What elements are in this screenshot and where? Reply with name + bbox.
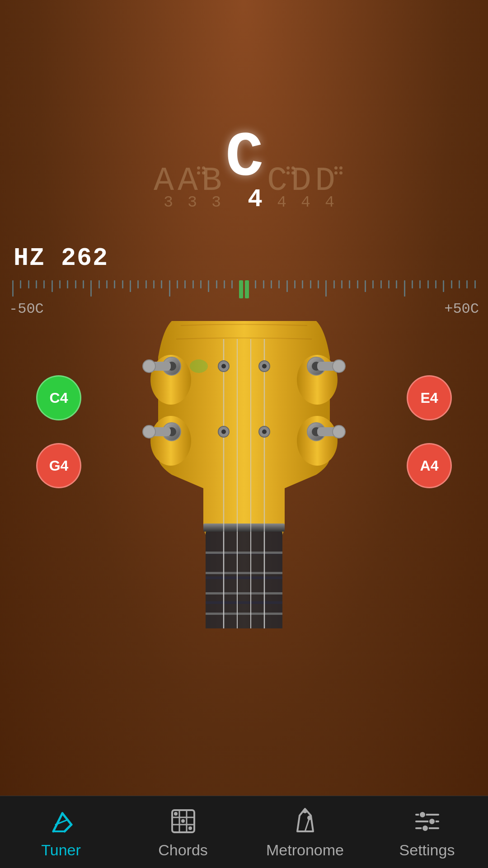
svg-point-45 — [262, 429, 267, 434]
string-badge-a4[interactable]: A4 — [407, 443, 452, 488]
string-badge-c4[interactable]: C4 — [36, 375, 81, 420]
cents-meter: -50C +50C — [9, 280, 479, 317]
nav-item-chords[interactable]: Chords — [138, 805, 228, 859]
note-d4: D 4 — [291, 164, 310, 214]
svg-line-48 — [62, 813, 71, 825]
frequency-display: HZ 262 — [14, 244, 108, 273]
nav-item-tuner[interactable]: Tuner — [16, 805, 106, 859]
bottom-nav: Tuner Chords — [0, 796, 488, 868]
svg-point-43 — [221, 429, 226, 434]
note-b3: B 3 — [202, 164, 221, 214]
tuner-label: Tuner — [41, 841, 81, 859]
note-display: A 3 A 3 B 3 C 4 C — [0, 127, 488, 214]
svg-rect-10 — [206, 552, 282, 554]
note-dsharp4: D 4 — [315, 164, 334, 214]
metronome-label: Metronome — [266, 841, 344, 859]
svg-point-37 — [333, 425, 345, 438]
svg-point-68 — [429, 818, 435, 825]
settings-icon — [411, 805, 443, 837]
svg-point-29 — [333, 360, 345, 373]
note-c4-active: C 4 — [225, 127, 263, 214]
svg-point-63 — [307, 816, 312, 820]
svg-point-69 — [422, 825, 428, 831]
svg-point-33 — [143, 425, 155, 438]
svg-point-25 — [143, 360, 155, 373]
svg-rect-13 — [206, 613, 282, 615]
svg-point-46 — [190, 359, 208, 373]
cents-indicator — [239, 280, 249, 298]
svg-point-39 — [221, 364, 226, 368]
cents-labels: -50C +50C — [9, 301, 479, 317]
svg-point-41 — [262, 364, 267, 368]
chords-icon — [167, 805, 199, 837]
string-badge-e4[interactable]: E4 — [407, 375, 452, 420]
tuner-icon — [45, 805, 77, 837]
cents-min-label: -50C — [9, 301, 44, 317]
svg-rect-5 — [203, 524, 285, 532]
svg-rect-11 — [206, 572, 282, 574]
note-a3: A 3 — [154, 164, 173, 214]
svg-rect-12 — [206, 592, 282, 594]
settings-label: Settings — [399, 841, 455, 859]
note-csharp4: C 4 — [267, 164, 286, 214]
string-badge-g4[interactable]: G4 — [36, 443, 81, 488]
note-asharp3: A 3 — [178, 164, 197, 214]
svg-point-58 — [181, 819, 185, 823]
svg-point-67 — [419, 811, 426, 818]
svg-line-49 — [65, 825, 71, 831]
cents-max-label: +50C — [444, 301, 479, 317]
headstock-svg — [136, 321, 352, 628]
cents-ticks — [9, 280, 479, 298]
svg-point-57 — [174, 812, 178, 816]
svg-point-59 — [188, 826, 192, 830]
nav-item-settings[interactable]: Settings — [382, 805, 472, 859]
guitar-area: C4 E4 G4 A4 — [0, 316, 488, 800]
metronome-icon — [289, 805, 321, 837]
nav-item-metronome[interactable]: Metronome — [260, 805, 350, 859]
svg-point-61 — [303, 809, 307, 813]
chords-label: Chords — [158, 841, 208, 859]
